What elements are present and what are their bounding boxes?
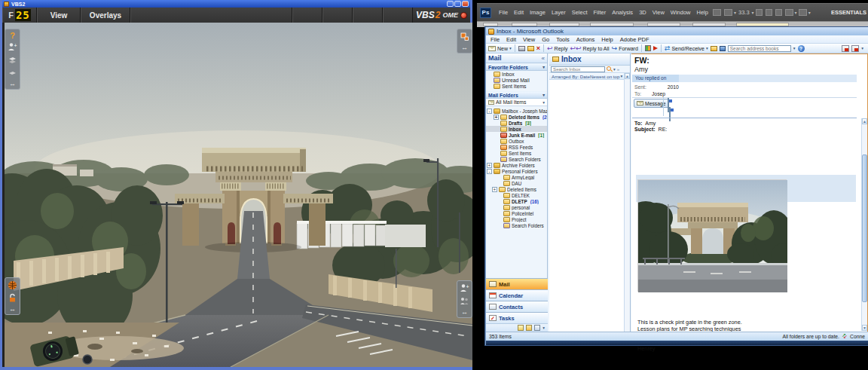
tree-item-project[interactable]: Project [486, 216, 547, 222]
arrange-documents-icon[interactable] [785, 9, 793, 16]
scrollbar-thumb[interactable] [862, 154, 867, 302]
vbs2-titlebar[interactable]: VBS2 [2, 0, 470, 8]
ps-menu-file[interactable]: File [496, 9, 511, 16]
tree-item-personal-folders[interactable]: -Personal Folders [486, 168, 547, 174]
help-icon[interactable]: ? [10, 32, 15, 39]
toolbar-expand-icon[interactable]: ↔ [461, 309, 468, 315]
tree-item-deleted-items[interactable]: +Deleted Items(20) [486, 114, 547, 120]
nav-button-mail[interactable]: Mail [486, 278, 548, 289]
ps-option-widget[interactable] [692, 23, 726, 26]
hand-tool-icon[interactable] [756, 9, 763, 16]
expander[interactable]: - [487, 109, 492, 114]
folder-icon[interactable] [711, 46, 717, 51]
view-extras-icon[interactable] [724, 9, 732, 16]
ps-option-widget[interactable] [590, 23, 634, 26]
menu-file[interactable]: File [491, 36, 500, 43]
ps-menu-3d[interactable]: 3D [636, 9, 649, 16]
mail-items-filter[interactable]: All Mail Items ▾ [486, 99, 547, 106]
tree-item-search-folders-pf[interactable]: Search Folders [486, 222, 547, 228]
bridge-icon[interactable] [713, 9, 721, 16]
nav-button-tasks[interactable]: ✓Tasks [486, 312, 548, 323]
tree-item-dletp[interactable]: DLETP(16) [486, 198, 547, 204]
unlock-icon[interactable] [8, 293, 17, 303]
menu-actions[interactable]: Actions [576, 36, 595, 43]
nav-button-contacts[interactable]: Contacts [486, 301, 548, 312]
ps-menu-filter[interactable]: Filter [591, 9, 610, 16]
vbs2-3d-viewport[interactable]: ? + ↔ ↔ ↔ + ↔ [5, 23, 472, 367]
screen-mode-icon[interactable] [799, 9, 807, 16]
search-icon[interactable] [607, 66, 612, 72]
ps-zoom-level[interactable]: 33.3 [738, 9, 750, 16]
ps-workspace-label[interactable]: ESSENTIALS [831, 9, 868, 16]
ps-menu-view[interactable]: View [649, 9, 668, 16]
search-dropdown-icon[interactable]: ▾ [613, 67, 616, 72]
configure-buttons-icon[interactable]: ▾ [542, 326, 545, 330]
toolbar-expand-icon[interactable]: ↔ [9, 81, 16, 87]
tree-item-search-folders[interactable]: Search Folders [486, 156, 547, 162]
clone-squares-icon[interactable] [460, 32, 469, 41]
menu-adobe-pdf[interactable]: Adobe PDF [620, 36, 649, 43]
tree-item-armylegal[interactable]: ArmyLegal [486, 174, 547, 180]
tree-item-archive-folders[interactable]: +Archive Folders [486, 162, 547, 168]
send-receive-button[interactable]: ⇄Send/Receive▾ [665, 45, 708, 51]
collapse-pane-icon[interactable]: « [542, 55, 545, 62]
group-icon[interactable] [460, 296, 469, 306]
nav-button-calendar[interactable]: Calendar [486, 289, 548, 301]
ps-menu-select[interactable]: Select [569, 9, 591, 16]
outlook-titlebar[interactable]: Inbox - Microsoft Outlook [486, 27, 868, 35]
favorite-unread-mail[interactable]: Unread Mail [486, 77, 547, 83]
tree-item-deleted-items-pf[interactable]: +Deleted Items [486, 186, 547, 192]
scroll-down-icon[interactable]: ▼ [862, 325, 867, 331]
create-pdf-icon[interactable] [842, 45, 849, 52]
scroll-up-icon[interactable]: ▲ [625, 73, 630, 79]
toolbar-expand-icon[interactable]: ↔ [9, 306, 16, 312]
list-scrollbar[interactable]: ▲ [624, 73, 630, 332]
favorite-sent-items[interactable]: Sent Items [486, 83, 547, 89]
favorite-inbox[interactable]: Inbox [486, 71, 547, 77]
mail-folders-header[interactable]: Mail Folders▾ [486, 91, 547, 99]
ps-option-widget[interactable] [736, 23, 789, 26]
expander[interactable]: + [492, 187, 497, 192]
add-unit-icon[interactable]: + [8, 42, 17, 52]
tree-item-mailbox[interactable]: -Mailbox - Joseph Mazza [486, 108, 547, 114]
tree-item-rss[interactable]: RSS Feeds [486, 144, 547, 150]
toolbar-expand-icon[interactable]: ↔ [461, 44, 468, 50]
tree-item-sent[interactable]: Sent Items [486, 150, 547, 156]
address-book-icon[interactable] [720, 46, 726, 51]
add-person-icon[interactable]: + [460, 283, 469, 293]
help-icon[interactable]: ? [798, 45, 805, 52]
section-collapse-icon[interactable]: ▾ [542, 93, 545, 97]
ps-option-widget[interactable] [549, 23, 579, 26]
attachment-icon[interactable] [669, 107, 671, 121]
rotate-view-icon[interactable] [775, 9, 782, 16]
reading-scrollbar[interactable]: ▲ ▼ [861, 118, 867, 331]
search-inbox-input[interactable] [551, 66, 605, 72]
ps-menu-window[interactable]: Window [668, 9, 694, 16]
ps-menu-layer[interactable]: Layer [549, 9, 569, 16]
ps-menu-help[interactable]: Help [694, 9, 711, 16]
expander[interactable]: + [487, 163, 492, 168]
print-icon[interactable] [518, 46, 525, 51]
shortcuts-icon[interactable] [534, 325, 540, 331]
ps-option-widget[interactable] [647, 23, 680, 26]
expander[interactable]: + [494, 115, 499, 120]
menu-tools[interactable]: Tools [556, 36, 570, 43]
globe-icon[interactable] [8, 280, 17, 290]
layers-flat-icon[interactable] [8, 68, 17, 78]
pdf-settings-icon[interactable] [851, 45, 859, 52]
move-to-folder-icon[interactable] [527, 46, 534, 51]
search-address-input[interactable] [728, 45, 791, 52]
delete-icon[interactable]: × [536, 45, 540, 51]
reply-all-button[interactable]: ↩↩Reply to All [570, 45, 610, 51]
menu-overlays[interactable]: Overlays [81, 8, 130, 23]
menu-edit[interactable]: Edit [506, 36, 516, 43]
ps-menu-image[interactable]: Image [527, 9, 549, 16]
layers-icon[interactable] [8, 55, 17, 65]
arranged-by-bar[interactable]: Arranged By: Date Newest on top▾ [549, 73, 630, 80]
reply-button[interactable]: ↩Reply [547, 45, 567, 51]
scroll-up-icon[interactable]: ▲ [862, 118, 867, 124]
tree-item-policeintel[interactable]: PoliceIntel [486, 210, 547, 216]
maximize-button[interactable] [454, 1, 461, 7]
nav-pane-header[interactable]: Mail « [486, 54, 547, 63]
favorite-folders-header[interactable]: Favorite Folders▾ [486, 63, 547, 71]
